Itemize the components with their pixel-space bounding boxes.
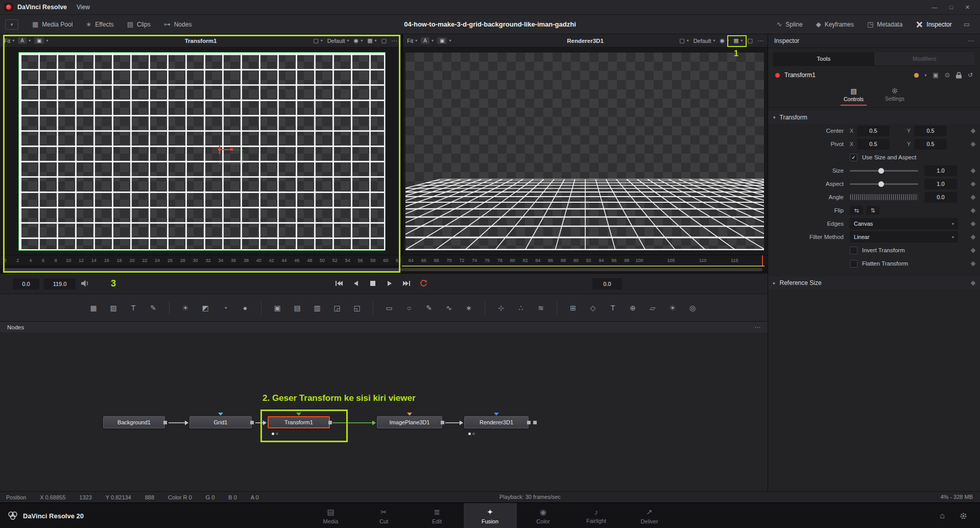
tool-particles-icon[interactable]: ∴ (514, 302, 528, 314)
pivot-y-field[interactable]: 0.5 (914, 139, 947, 150)
play-button[interactable] (384, 278, 396, 289)
tool-polygon-mask-icon[interactable]: ✎ (422, 302, 436, 314)
page-fusion-button[interactable]: ✦Fusion (464, 503, 517, 528)
tool-text-3d-icon[interactable]: T (606, 302, 619, 314)
left-swatch-dropdown[interactable]: ▢▾ (313, 37, 322, 44)
tool-color-corrector-icon[interactable]: ☀ (179, 302, 192, 314)
angle-field[interactable]: 0.0 (924, 192, 957, 203)
timeline-scroll-handle[interactable] (3, 268, 762, 271)
keyframe-icon[interactable] (971, 208, 976, 213)
right-swatch-dropdown[interactable]: ▢▾ (679, 37, 688, 44)
tab-tools[interactable]: Tools (773, 52, 874, 65)
left-viewer-canvas[interactable] (0, 47, 401, 255)
flip-horizontal-button[interactable]: ⇆ (850, 206, 863, 215)
renderer-output-port[interactable] (533, 421, 537, 424)
keyframe-icon[interactable] (971, 141, 976, 147)
flip-vertical-button[interactable]: ⇅ (866, 206, 879, 215)
node-background1[interactable]: Background1 (103, 416, 165, 428)
left-channel-dropdown[interactable]: A▾ (18, 37, 31, 44)
tool-background-icon[interactable]: ▦ (87, 302, 100, 314)
go-to-start-button[interactable] (333, 278, 345, 289)
right-color-controls-dropdown[interactable]: ◉▾ (720, 37, 729, 44)
media-pool-button[interactable]: ▦ Media Pool (26, 15, 79, 34)
size-field[interactable]: 1.0 (924, 165, 957, 176)
right-viewer-options-icon[interactable]: ⋯ (757, 37, 763, 44)
close-button[interactable]: ✕ (965, 4, 970, 11)
node-tile-color-dot[interactable] (775, 73, 780, 78)
use-size-aspect-checkbox[interactable]: ✓ (850, 154, 857, 161)
go-to-end-button[interactable] (400, 278, 413, 289)
viewer-assignment-dots[interactable] (468, 433, 475, 435)
tool-ellipse-mask-icon[interactable]: ○ (402, 302, 416, 314)
keyframe-icon[interactable] (971, 280, 976, 285)
node-grid1[interactable]: Grid1 (189, 416, 252, 428)
filter-method-dropdown[interactable]: Linear ▾ (850, 231, 958, 243)
reset-icon[interactable]: ↺ (968, 71, 973, 79)
node-output-port[interactable] (328, 421, 332, 424)
inspector-options-icon[interactable]: ⋯ (968, 37, 974, 44)
size-slider[interactable] (850, 170, 918, 172)
version-color-dot[interactable] (914, 73, 919, 78)
time-ruler[interactable]: 0246810121416182022242628303234363840424… (0, 255, 768, 266)
tool-tracker-icon[interactable]: ⊹ (494, 302, 508, 314)
playhead[interactable] (762, 255, 763, 266)
page-media-button[interactable]: ▤Media (304, 503, 357, 528)
tab-modifiers[interactable]: Modifiers (874, 52, 975, 65)
angle-thumbwheel[interactable] (850, 194, 918, 200)
tool-image-plane-3d-icon[interactable]: ⊞ (566, 302, 580, 314)
range-end-field[interactable]: 119.0 (44, 278, 76, 290)
right-fit-dropdown[interactable]: Fit▾ (407, 38, 417, 44)
keyframe-icon[interactable] (971, 181, 976, 186)
node-output-port[interactable] (250, 421, 254, 424)
tool-channel-booleans-icon[interactable]: ▤ (291, 302, 304, 314)
audio-mute-button[interactable] (81, 279, 90, 287)
tool-fast-noise-icon[interactable]: ▨ (107, 302, 120, 314)
float-window-icon[interactable]: ▣ (933, 71, 939, 79)
timeline-scrollbar[interactable] (0, 266, 768, 273)
tool-merge-icon[interactable]: ▣ (271, 302, 284, 314)
edges-dropdown[interactable]: Canvas ▾ (850, 218, 958, 229)
tool-grid-warp-icon[interactable]: ≋ (534, 302, 547, 314)
panel-toggle-button[interactable]: ▾ (5, 19, 18, 30)
tool-color-curves-icon[interactable]: ◩ (199, 302, 212, 314)
center-y-field[interactable]: 0.5 (914, 126, 947, 136)
clips-button[interactable]: ▤ Clips (121, 15, 157, 34)
subtab-controls[interactable]: ▤ Controls (841, 86, 867, 106)
nodes-button[interactable]: ⊶ Nodes (157, 15, 199, 34)
keyframe-icon[interactable] (971, 128, 976, 133)
left-lut-dropdown[interactable]: Default▾ (327, 38, 349, 44)
play-reverse-button[interactable] (350, 278, 362, 289)
spline-button[interactable]: ∿ Spline (770, 15, 809, 34)
keyframe-icon[interactable] (971, 221, 976, 226)
page-fairlight-button[interactable]: ♪Fairlight (570, 503, 623, 528)
chevron-down-icon[interactable]: ▾ (925, 73, 927, 78)
transform-center-widget[interactable] (215, 145, 246, 163)
current-time-field[interactable]: 0.0 (13, 278, 39, 290)
tool-blur-icon[interactable]: ● (238, 302, 252, 314)
pivot-x-field[interactable]: 0.5 (857, 139, 890, 150)
transform-section-header[interactable]: ▾ Transform (768, 111, 980, 124)
left-viewer-options-icon[interactable]: ⋯ (391, 37, 397, 44)
node-output-port[interactable] (527, 421, 531, 424)
keyframe-icon[interactable] (971, 248, 976, 253)
page-color-button[interactable]: ◉Color (517, 503, 570, 528)
aspect-field[interactable]: 1.0 (924, 179, 957, 189)
node-input-triangle[interactable] (407, 413, 412, 416)
node-renderer3d1[interactable]: Renderer3D1 (464, 416, 529, 428)
node-input-triangle[interactable] (296, 413, 301, 416)
tool-paint-icon[interactable]: ✎ (147, 302, 160, 314)
tool-color-gain-icon[interactable]: ◲ (330, 302, 344, 314)
right-lut-dropdown[interactable]: Default▾ (694, 38, 715, 44)
center-x-field[interactable]: 0.5 (857, 126, 890, 136)
aspect-slider[interactable] (850, 183, 918, 185)
tool-spot-light-icon[interactable]: ☀ (666, 302, 679, 314)
node-transform1[interactable]: Transform1 (268, 416, 330, 428)
flatten-transform-checkbox[interactable]: ✓ (850, 260, 857, 268)
keyframe-icon[interactable] (971, 168, 976, 173)
left-subview-button[interactable]: ▢ (381, 37, 387, 44)
tool-merge-3d-icon[interactable]: ⊕ (626, 302, 639, 314)
loop-button[interactable] (417, 278, 429, 289)
right-roi-dropdown[interactable]: ▣▾ (437, 37, 451, 44)
tool-camera-3d-icon[interactable]: ▱ (646, 302, 659, 314)
subtab-settings[interactable]: Settings (882, 86, 907, 104)
